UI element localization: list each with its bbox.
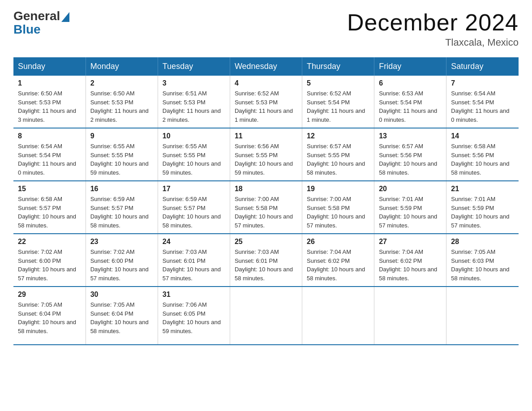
day-cell [446,287,519,345]
week-row-4: 22 Sunrise: 7:02 AMSunset: 6:00 PMDaylig… [13,234,519,287]
header-wednesday: Wednesday [230,57,302,76]
day-info: Sunrise: 6:58 AMSunset: 5:56 PMDaylight:… [451,143,509,176]
day-number: 14 [451,132,514,140]
day-number: 26 [307,238,369,246]
calendar-table: SundayMondayTuesdayWednesdayThursdayFrid… [13,57,519,345]
day-info: Sunrise: 6:56 AMSunset: 5:55 PMDaylight:… [235,143,293,176]
month-title: December 2024 [347,9,519,36]
logo-general-text: General [13,9,60,23]
week-row-3: 15 Sunrise: 6:58 AMSunset: 5:57 PMDaylig… [13,181,519,234]
day-cell: 29 Sunrise: 7:05 AMSunset: 6:04 PMDaylig… [13,287,86,345]
day-number: 10 [163,132,225,140]
day-number: 15 [18,185,81,193]
header-sunday: Sunday [13,57,86,76]
title-area: December 2024 Tlaxcala, Mexico [347,9,519,48]
day-cell: 5 Sunrise: 6:52 AMSunset: 5:54 PMDayligh… [302,76,374,128]
day-number: 7 [451,79,514,87]
header-tuesday: Tuesday [158,57,230,76]
day-cell: 7 Sunrise: 6:54 AMSunset: 5:54 PMDayligh… [446,76,519,128]
day-cell [230,287,302,345]
day-cell: 12 Sunrise: 6:57 AMSunset: 5:55 PMDaylig… [302,128,374,181]
logo-blue-text: Blue [13,22,41,37]
day-info: Sunrise: 6:50 AMSunset: 5:53 PMDaylight:… [18,90,76,123]
day-number: 20 [379,185,442,193]
day-info: Sunrise: 7:01 AMSunset: 5:59 PMDaylight:… [451,196,509,229]
header-saturday: Saturday [446,57,519,76]
day-number: 23 [90,238,153,246]
day-cell: 27 Sunrise: 7:04 AMSunset: 6:02 PMDaylig… [374,234,446,287]
day-cell: 11 Sunrise: 6:56 AMSunset: 5:55 PMDaylig… [230,128,302,181]
day-number: 17 [163,185,225,193]
day-info: Sunrise: 6:55 AMSunset: 5:55 PMDaylight:… [90,143,149,176]
day-cell: 6 Sunrise: 6:53 AMSunset: 5:54 PMDayligh… [374,76,446,128]
day-number: 25 [235,238,297,246]
header-thursday: Thursday [302,57,374,76]
day-cell [374,287,446,345]
header-friday: Friday [374,57,446,76]
location-text: Tlaxcala, Mexico [347,37,519,48]
day-cell: 4 Sunrise: 6:52 AMSunset: 5:53 PMDayligh… [230,76,302,128]
day-number: 27 [379,238,442,246]
day-info: Sunrise: 6:57 AMSunset: 5:56 PMDaylight:… [379,143,437,176]
day-cell: 21 Sunrise: 7:01 AMSunset: 5:59 PMDaylig… [446,181,519,234]
day-cell: 31 Sunrise: 7:06 AMSunset: 6:05 PMDaylig… [158,287,230,345]
day-cell: 8 Sunrise: 6:54 AMSunset: 5:54 PMDayligh… [13,128,86,181]
day-number: 29 [18,291,81,299]
day-number: 13 [379,132,442,140]
week-row-5: 29 Sunrise: 7:05 AMSunset: 6:04 PMDaylig… [13,287,519,345]
day-cell: 14 Sunrise: 6:58 AMSunset: 5:56 PMDaylig… [446,128,519,181]
day-number: 6 [379,79,442,87]
day-info: Sunrise: 7:03 AMSunset: 6:01 PMDaylight:… [235,248,293,282]
day-number: 16 [90,185,153,193]
day-cell: 15 Sunrise: 6:58 AMSunset: 5:57 PMDaylig… [13,181,86,234]
day-number: 19 [307,185,369,193]
day-cell: 23 Sunrise: 7:02 AMSunset: 6:00 PMDaylig… [86,234,158,287]
day-info: Sunrise: 7:05 AMSunset: 6:04 PMDaylight:… [18,301,76,334]
day-info: Sunrise: 6:55 AMSunset: 5:55 PMDaylight:… [163,143,221,176]
day-number: 8 [18,132,81,140]
day-cell [302,287,374,345]
logo-triangle-icon [61,12,69,22]
day-info: Sunrise: 6:57 AMSunset: 5:55 PMDaylight:… [307,143,365,176]
day-info: Sunrise: 6:53 AMSunset: 5:54 PMDaylight:… [379,90,437,123]
day-number: 30 [90,291,153,299]
week-row-1: 1 Sunrise: 6:50 AMSunset: 5:53 PMDayligh… [13,76,519,128]
day-info: Sunrise: 6:59 AMSunset: 5:57 PMDaylight:… [90,196,149,229]
day-number: 31 [163,291,225,299]
day-info: Sunrise: 7:01 AMSunset: 5:59 PMDaylight:… [379,196,437,229]
day-number: 2 [90,79,153,87]
day-info: Sunrise: 7:05 AMSunset: 6:03 PMDaylight:… [451,248,509,282]
day-number: 18 [235,185,297,193]
header-monday: Monday [86,57,158,76]
day-info: Sunrise: 7:02 AMSunset: 6:00 PMDaylight:… [18,248,76,282]
day-info: Sunrise: 6:54 AMSunset: 5:54 PMDaylight:… [451,90,509,123]
day-info: Sunrise: 7:06 AMSunset: 6:05 PMDaylight:… [163,301,221,334]
day-cell: 28 Sunrise: 7:05 AMSunset: 6:03 PMDaylig… [446,234,519,287]
day-number: 12 [307,132,369,140]
logo: General Blue [13,9,69,37]
day-cell: 13 Sunrise: 6:57 AMSunset: 5:56 PMDaylig… [374,128,446,181]
day-info: Sunrise: 7:03 AMSunset: 6:01 PMDaylight:… [163,248,221,282]
day-number: 11 [235,132,297,140]
day-cell: 17 Sunrise: 6:59 AMSunset: 5:57 PMDaylig… [158,181,230,234]
day-info: Sunrise: 6:51 AMSunset: 5:53 PMDaylight:… [163,90,221,123]
day-info: Sunrise: 7:00 AMSunset: 5:58 PMDaylight:… [307,196,365,229]
day-number: 21 [451,185,514,193]
day-number: 4 [235,79,297,87]
day-cell: 16 Sunrise: 6:59 AMSunset: 5:57 PMDaylig… [86,181,158,234]
day-cell: 19 Sunrise: 7:00 AMSunset: 5:58 PMDaylig… [302,181,374,234]
day-info: Sunrise: 6:52 AMSunset: 5:53 PMDaylight:… [235,90,293,123]
day-cell: 26 Sunrise: 7:04 AMSunset: 6:02 PMDaylig… [302,234,374,287]
day-info: Sunrise: 7:05 AMSunset: 6:04 PMDaylight:… [90,301,149,334]
day-number: 28 [451,238,514,246]
day-info: Sunrise: 6:58 AMSunset: 5:57 PMDaylight:… [18,196,76,229]
day-cell: 20 Sunrise: 7:01 AMSunset: 5:59 PMDaylig… [374,181,446,234]
day-cell: 25 Sunrise: 7:03 AMSunset: 6:01 PMDaylig… [230,234,302,287]
page-header: General Blue December 2024 Tlaxcala, Mex… [13,9,519,48]
day-info: Sunrise: 7:04 AMSunset: 6:02 PMDaylight:… [379,248,437,282]
day-info: Sunrise: 6:50 AMSunset: 5:53 PMDaylight:… [90,90,149,123]
day-info: Sunrise: 6:59 AMSunset: 5:57 PMDaylight:… [163,196,221,229]
day-info: Sunrise: 7:00 AMSunset: 5:58 PMDaylight:… [235,196,293,229]
day-cell: 22 Sunrise: 7:02 AMSunset: 6:00 PMDaylig… [13,234,86,287]
day-cell: 2 Sunrise: 6:50 AMSunset: 5:53 PMDayligh… [86,76,158,128]
